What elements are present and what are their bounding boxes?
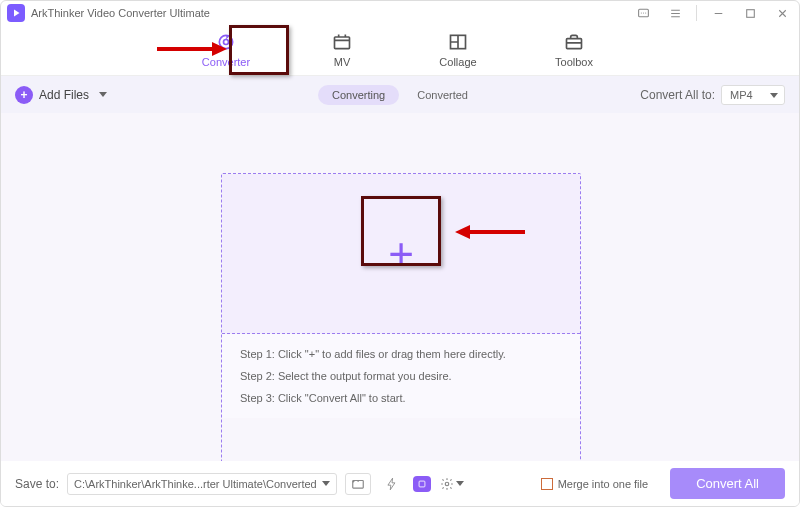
app-title: ArkThinker Video Converter Ultimate	[31, 7, 210, 19]
annotation-arrow-1	[157, 40, 227, 58]
segment-converted[interactable]: Converted	[403, 85, 482, 105]
checkbox-icon	[541, 478, 553, 490]
status-segment: Converting Converted	[318, 85, 482, 105]
minimize-button[interactable]	[707, 2, 729, 24]
format-value: MP4	[730, 89, 753, 101]
chevron-down-icon	[322, 481, 330, 486]
convert-all-button[interactable]: Convert All	[670, 468, 785, 499]
footer: Save to: C:\ArkThinker\ArkThinke...rter …	[1, 461, 799, 506]
merge-checkbox[interactable]: Merge into one file	[541, 478, 649, 490]
svg-marker-16	[455, 225, 470, 239]
toolbar: + Add Files Converting Converted Convert…	[1, 75, 799, 113]
convert-all-to: Convert All to: MP4	[640, 85, 785, 105]
tab-label: Toolbox	[555, 56, 593, 68]
settings-button[interactable]	[439, 473, 465, 495]
mv-icon	[332, 32, 352, 52]
plus-icon: +	[15, 86, 33, 104]
tab-collage[interactable]: Collage	[430, 32, 486, 68]
segment-converting[interactable]: Converting	[318, 85, 399, 105]
tab-mv[interactable]: MV	[314, 32, 370, 68]
titlebar: ArkThinker Video Converter Ultimate	[1, 1, 799, 25]
merge-label: Merge into one file	[558, 478, 649, 490]
annotation-box-plus	[361, 196, 441, 266]
convert-all-to-label: Convert All to:	[640, 88, 715, 102]
add-files-label: Add Files	[39, 88, 89, 102]
collage-icon	[448, 32, 468, 52]
chevron-down-icon	[99, 92, 107, 97]
svg-point-3	[645, 12, 646, 13]
gpu-badge-icon[interactable]	[413, 476, 431, 492]
feedback-icon[interactable]	[632, 2, 654, 24]
save-path-dropdown[interactable]: C:\ArkThinker\ArkThinke...rter Ultimate\…	[67, 473, 337, 495]
svg-rect-4	[746, 9, 754, 17]
tab-toolbox[interactable]: Toolbox	[546, 32, 602, 68]
svg-rect-11	[419, 481, 425, 487]
annotation-arrow-2	[455, 223, 525, 241]
save-path-value: C:\ArkThinker\ArkThinke...rter Ultimate\…	[74, 478, 317, 490]
svg-rect-7	[335, 37, 350, 49]
step2-text: Step 2: Select the output format you des…	[240, 370, 562, 382]
chevron-down-icon	[456, 481, 464, 486]
close-button[interactable]	[771, 2, 793, 24]
toolbox-icon	[564, 32, 584, 52]
svg-point-1	[640, 12, 641, 13]
step3-text: Step 3: Click "Convert All" to start.	[240, 392, 562, 404]
maximize-button[interactable]	[739, 2, 761, 24]
open-folder-button[interactable]	[345, 473, 371, 495]
step1-text: Step 1: Click "+" to add files or drag t…	[240, 348, 562, 360]
svg-point-12	[445, 482, 449, 486]
main-area: + Step 1: Click "+" to add files or drag…	[1, 113, 799, 463]
chevron-down-icon	[770, 93, 778, 98]
tab-label: MV	[334, 56, 351, 68]
drop-instructions: Step 1: Click "+" to add files or drag t…	[222, 334, 580, 418]
svg-point-2	[642, 12, 643, 13]
add-files-button[interactable]: + Add Files	[15, 86, 107, 104]
app-logo-icon	[7, 4, 25, 22]
annotation-box-converter	[229, 25, 289, 75]
hw-accel-icon[interactable]	[379, 473, 405, 495]
main-tabs: Converter MV Collage Toolbox	[1, 25, 799, 75]
save-to-label: Save to:	[15, 477, 59, 491]
format-dropdown[interactable]: MP4	[721, 85, 785, 105]
svg-marker-14	[212, 42, 227, 56]
tab-label: Collage	[439, 56, 476, 68]
menu-icon[interactable]	[664, 2, 686, 24]
